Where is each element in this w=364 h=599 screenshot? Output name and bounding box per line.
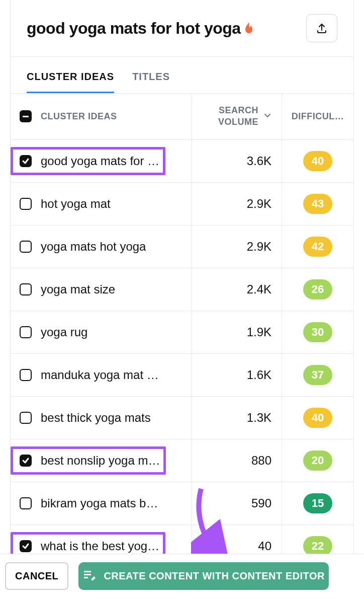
volume-cell: 590 xyxy=(192,482,282,525)
row-checkbox[interactable] xyxy=(20,283,32,295)
row-checkbox[interactable] xyxy=(20,497,32,509)
keyword-text[interactable]: hot yoga mat xyxy=(41,197,111,211)
col-difficulty-label: DIFFICUL… xyxy=(292,111,344,122)
svg-rect-3 xyxy=(84,577,88,578)
row-checkbox[interactable] xyxy=(20,155,32,167)
table-header-row: CLUSTER IDEAS SEARCH VOLUME DIFFICUL… xyxy=(11,93,353,140)
difficulty-pill: 43 xyxy=(303,194,332,214)
chevron-down-icon xyxy=(263,111,271,121)
difficulty-pill: 40 xyxy=(303,408,332,428)
col-cluster-label: CLUSTER IDEAS xyxy=(41,111,117,122)
row-checkbox[interactable] xyxy=(20,540,32,552)
create-content-label: CREATE CONTENT WITH CONTENT EDITOR xyxy=(104,570,325,582)
col-volume-label-1: SEARCH xyxy=(218,105,258,116)
volume-cell: 2.4K xyxy=(192,268,282,311)
row-checkbox[interactable] xyxy=(20,369,32,381)
keyword-text[interactable]: best nonslip yoga m… xyxy=(41,454,160,468)
title-text: good yoga mats for hot yoga xyxy=(27,19,241,38)
keyword-text[interactable]: yoga rug xyxy=(41,325,87,339)
export-button[interactable] xyxy=(306,14,337,42)
keyword-text[interactable]: yoga mats hot yoga xyxy=(41,240,146,254)
keyword-text[interactable]: what is the best yog… xyxy=(41,539,159,553)
keyword-text[interactable]: best thick yoga mats xyxy=(41,411,151,425)
keyword-text[interactable]: manduka yoga mat … xyxy=(41,368,159,382)
tabs: CLUSTER IDEAS TITLES xyxy=(11,57,353,93)
volume-cell: 1.6K xyxy=(192,354,282,396)
difficulty-pill: 15 xyxy=(303,493,332,513)
table-row: yoga mat size2.4K26 xyxy=(11,268,353,311)
tab-titles[interactable]: TITLES xyxy=(132,71,170,93)
svg-rect-2 xyxy=(84,574,91,575)
footer-bar: CANCEL CREATE CONTENT WITH CONTENT EDITO… xyxy=(0,554,364,599)
difficulty-pill: 22 xyxy=(303,536,332,556)
row-checkbox[interactable] xyxy=(20,241,32,253)
table-row: manduka yoga mat …1.6K37 xyxy=(11,354,353,397)
difficulty-pill: 37 xyxy=(303,365,332,385)
table-row: good yoga mats for …3.6K40 xyxy=(11,140,353,183)
keyword-text[interactable]: bikram yoga mats b… xyxy=(41,496,158,510)
keyword-text[interactable]: good yoga mats for … xyxy=(41,154,159,168)
difficulty-pill: 40 xyxy=(303,151,332,171)
row-checkbox[interactable] xyxy=(20,326,32,338)
difficulty-pill: 26 xyxy=(303,279,332,300)
keyword-text[interactable]: yoga mat size xyxy=(41,282,115,296)
volume-cell: 2.9K xyxy=(192,226,282,268)
volume-cell: 1.3K xyxy=(192,397,282,439)
table-row: bikram yoga mats b…59015 xyxy=(11,482,353,525)
playlist-edit-icon xyxy=(82,568,97,584)
volume-cell: 880 xyxy=(192,439,282,482)
col-volume-header[interactable]: SEARCH VOLUME xyxy=(192,94,282,139)
select-all-checkbox[interactable] xyxy=(20,110,32,122)
table-row: hot yoga mat2.9K43 xyxy=(11,183,353,226)
header: good yoga mats for hot yoga xyxy=(11,0,353,57)
table-row: best thick yoga mats1.3K40 xyxy=(11,397,353,439)
page-title: good yoga mats for hot yoga xyxy=(27,19,255,38)
row-checkbox[interactable] xyxy=(20,455,32,467)
volume-cell: 3.6K xyxy=(192,140,282,182)
create-content-button[interactable]: CREATE CONTENT WITH CONTENT EDITOR xyxy=(78,562,329,590)
flame-icon xyxy=(243,21,255,35)
row-checkbox[interactable] xyxy=(20,412,32,424)
cancel-button[interactable]: CANCEL xyxy=(5,562,68,590)
row-checkbox[interactable] xyxy=(20,198,32,210)
difficulty-pill: 20 xyxy=(303,451,332,471)
table-row: yoga mats hot yoga2.9K42 xyxy=(11,226,353,268)
volume-cell: 2.9K xyxy=(192,183,282,225)
table-row: yoga rug1.9K30 xyxy=(11,311,353,354)
tab-cluster-ideas[interactable]: CLUSTER IDEAS xyxy=(27,71,114,93)
upload-icon xyxy=(316,22,328,34)
table-row: best nonslip yoga m…88020 xyxy=(11,439,353,482)
difficulty-pill: 30 xyxy=(303,322,332,342)
difficulty-pill: 42 xyxy=(303,237,332,257)
svg-rect-1 xyxy=(84,571,91,572)
col-volume-label-2: VOLUME xyxy=(218,116,258,128)
volume-cell: 1.9K xyxy=(192,311,282,353)
